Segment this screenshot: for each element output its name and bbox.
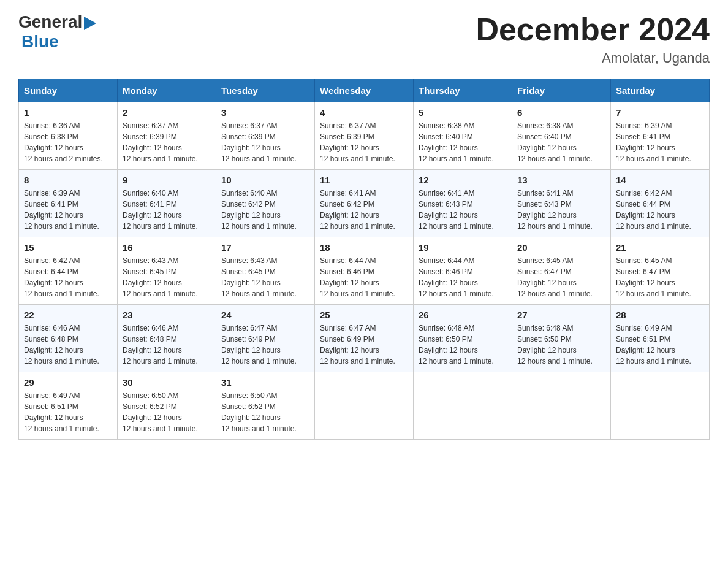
weekday-header-thursday: Thursday <box>414 79 512 102</box>
calendar-cell: 11 Sunrise: 6:41 AMSunset: 6:42 PMDaylig… <box>315 170 414 237</box>
day-info: Sunrise: 6:43 AMSunset: 6:45 PMDaylight:… <box>221 256 297 298</box>
day-info: Sunrise: 6:39 AMSunset: 6:41 PMDaylight:… <box>24 189 99 231</box>
day-info: Sunrise: 6:48 AMSunset: 6:50 PMDaylight:… <box>517 324 593 366</box>
calendar-cell: 15 Sunrise: 6:42 AMSunset: 6:44 PMDaylig… <box>19 237 118 305</box>
calendar-cell: 21 Sunrise: 6:45 AMSunset: 6:47 PMDaylig… <box>611 237 710 305</box>
calendar-cell: 30 Sunrise: 6:50 AMSunset: 6:52 PMDaylig… <box>118 372 216 440</box>
calendar-cell: 20 Sunrise: 6:45 AMSunset: 6:47 PMDaylig… <box>512 237 611 305</box>
calendar-cell: 3 Sunrise: 6:37 AMSunset: 6:39 PMDayligh… <box>216 102 315 170</box>
calendar-week-row: 29 Sunrise: 6:49 AMSunset: 6:51 PMDaylig… <box>19 372 710 440</box>
day-info: Sunrise: 6:45 AMSunset: 6:47 PMDaylight:… <box>517 256 593 298</box>
calendar-cell: 2 Sunrise: 6:37 AMSunset: 6:39 PMDayligh… <box>118 102 216 170</box>
day-number: 27 <box>517 310 605 320</box>
day-info: Sunrise: 6:49 AMSunset: 6:51 PMDaylight:… <box>24 391 99 433</box>
calendar-cell: 10 Sunrise: 6:40 AMSunset: 6:42 PMDaylig… <box>216 170 315 237</box>
day-info: Sunrise: 6:40 AMSunset: 6:41 PMDaylight:… <box>123 189 198 231</box>
day-info: Sunrise: 6:37 AMSunset: 6:39 PMDaylight:… <box>221 121 297 163</box>
weekday-header-monday: Monday <box>118 79 216 102</box>
day-number: 11 <box>320 175 408 185</box>
weekday-header-sunday: Sunday <box>19 79 118 102</box>
logo-triangle-icon <box>82 14 96 30</box>
day-number: 31 <box>221 377 309 388</box>
day-info: Sunrise: 6:41 AMSunset: 6:42 PMDaylight:… <box>320 189 395 231</box>
weekday-header-tuesday: Tuesday <box>216 79 315 102</box>
weekday-header-saturday: Saturday <box>611 79 710 102</box>
day-info: Sunrise: 6:41 AMSunset: 6:43 PMDaylight:… <box>517 189 593 231</box>
day-info: Sunrise: 6:40 AMSunset: 6:42 PMDaylight:… <box>221 189 297 231</box>
day-info: Sunrise: 6:36 AMSunset: 6:38 PMDaylight:… <box>24 121 103 163</box>
day-number: 24 <box>221 310 309 320</box>
month-title: December 2024 <box>476 12 710 47</box>
calendar-cell: 6 Sunrise: 6:38 AMSunset: 6:40 PMDayligh… <box>512 102 611 170</box>
calendar-week-row: 22 Sunrise: 6:46 AMSunset: 6:48 PMDaylig… <box>19 305 710 372</box>
day-number: 25 <box>320 310 408 320</box>
day-number: 3 <box>221 107 309 118</box>
day-number: 17 <box>221 242 309 253</box>
day-number: 14 <box>616 175 704 185</box>
day-info: Sunrise: 6:37 AMSunset: 6:39 PMDaylight:… <box>123 121 198 163</box>
calendar-cell: 7 Sunrise: 6:39 AMSunset: 6:41 PMDayligh… <box>611 102 710 170</box>
day-info: Sunrise: 6:38 AMSunset: 6:40 PMDaylight:… <box>419 121 494 163</box>
calendar-cell: 18 Sunrise: 6:44 AMSunset: 6:46 PMDaylig… <box>315 237 414 305</box>
calendar-cell: 26 Sunrise: 6:48 AMSunset: 6:50 PMDaylig… <box>414 305 512 372</box>
day-number: 8 <box>24 175 112 185</box>
calendar-table: SundayMondayTuesdayWednesdayThursdayFrid… <box>18 79 710 440</box>
day-number: 28 <box>616 310 704 320</box>
day-info: Sunrise: 6:42 AMSunset: 6:44 PMDaylight:… <box>24 256 99 298</box>
calendar-cell <box>315 372 414 440</box>
logo-blue-text: Blue <box>21 32 59 52</box>
day-info: Sunrise: 6:38 AMSunset: 6:40 PMDaylight:… <box>517 121 593 163</box>
day-info: Sunrise: 6:37 AMSunset: 6:39 PMDaylight:… <box>320 121 395 163</box>
calendar-cell: 31 Sunrise: 6:50 AMSunset: 6:52 PMDaylig… <box>216 372 315 440</box>
weekday-header-wednesday: Wednesday <box>315 79 414 102</box>
day-number: 19 <box>419 242 507 253</box>
day-info: Sunrise: 6:39 AMSunset: 6:41 PMDaylight:… <box>616 121 691 163</box>
calendar-cell: 24 Sunrise: 6:47 AMSunset: 6:49 PMDaylig… <box>216 305 315 372</box>
day-info: Sunrise: 6:46 AMSunset: 6:48 PMDaylight:… <box>123 324 198 366</box>
calendar-cell: 22 Sunrise: 6:46 AMSunset: 6:48 PMDaylig… <box>19 305 118 372</box>
day-info: Sunrise: 6:49 AMSunset: 6:51 PMDaylight:… <box>616 324 691 366</box>
day-number: 10 <box>221 175 309 185</box>
day-number: 1 <box>24 107 112 118</box>
page-header: General Blue December 2024 Amolatar, Uga… <box>18 12 710 66</box>
day-info: Sunrise: 6:47 AMSunset: 6:49 PMDaylight:… <box>221 324 297 366</box>
day-number: 21 <box>616 242 704 253</box>
day-number: 22 <box>24 310 112 320</box>
calendar-cell: 13 Sunrise: 6:41 AMSunset: 6:43 PMDaylig… <box>512 170 611 237</box>
day-info: Sunrise: 6:45 AMSunset: 6:47 PMDaylight:… <box>616 256 691 298</box>
day-info: Sunrise: 6:46 AMSunset: 6:48 PMDaylight:… <box>24 324 99 366</box>
day-number: 4 <box>320 107 408 118</box>
day-number: 15 <box>24 242 112 253</box>
title-section: December 2024 Amolatar, Uganda <box>476 12 710 66</box>
day-number: 13 <box>517 175 605 185</box>
day-info: Sunrise: 6:41 AMSunset: 6:43 PMDaylight:… <box>419 189 494 231</box>
day-number: 5 <box>419 107 507 118</box>
day-number: 30 <box>123 377 211 388</box>
logo-general-text: General <box>18 12 82 32</box>
calendar-cell <box>512 372 611 440</box>
weekday-header-friday: Friday <box>512 79 611 102</box>
day-number: 18 <box>320 242 408 253</box>
calendar-header-row: SundayMondayTuesdayWednesdayThursdayFrid… <box>19 79 710 102</box>
day-info: Sunrise: 6:50 AMSunset: 6:52 PMDaylight:… <box>221 391 297 433</box>
day-info: Sunrise: 6:50 AMSunset: 6:52 PMDaylight:… <box>123 391 198 433</box>
day-info: Sunrise: 6:47 AMSunset: 6:49 PMDaylight:… <box>320 324 395 366</box>
day-number: 20 <box>517 242 605 253</box>
day-info: Sunrise: 6:44 AMSunset: 6:46 PMDaylight:… <box>320 256 395 298</box>
day-number: 29 <box>24 377 112 388</box>
calendar-cell: 29 Sunrise: 6:49 AMSunset: 6:51 PMDaylig… <box>19 372 118 440</box>
location-subtitle: Amolatar, Uganda <box>476 50 710 66</box>
day-number: 26 <box>419 310 507 320</box>
calendar-cell: 14 Sunrise: 6:42 AMSunset: 6:44 PMDaylig… <box>611 170 710 237</box>
calendar-cell: 25 Sunrise: 6:47 AMSunset: 6:49 PMDaylig… <box>315 305 414 372</box>
calendar-cell: 12 Sunrise: 6:41 AMSunset: 6:43 PMDaylig… <box>414 170 512 237</box>
day-number: 23 <box>123 310 211 320</box>
calendar-cell: 27 Sunrise: 6:48 AMSunset: 6:50 PMDaylig… <box>512 305 611 372</box>
day-info: Sunrise: 6:42 AMSunset: 6:44 PMDaylight:… <box>616 189 691 231</box>
calendar-cell <box>414 372 512 440</box>
logo: General Blue <box>18 12 96 52</box>
day-info: Sunrise: 6:43 AMSunset: 6:45 PMDaylight:… <box>123 256 198 298</box>
day-info: Sunrise: 6:44 AMSunset: 6:46 PMDaylight:… <box>419 256 494 298</box>
day-info: Sunrise: 6:48 AMSunset: 6:50 PMDaylight:… <box>419 324 494 366</box>
calendar-cell: 1 Sunrise: 6:36 AMSunset: 6:38 PMDayligh… <box>19 102 118 170</box>
